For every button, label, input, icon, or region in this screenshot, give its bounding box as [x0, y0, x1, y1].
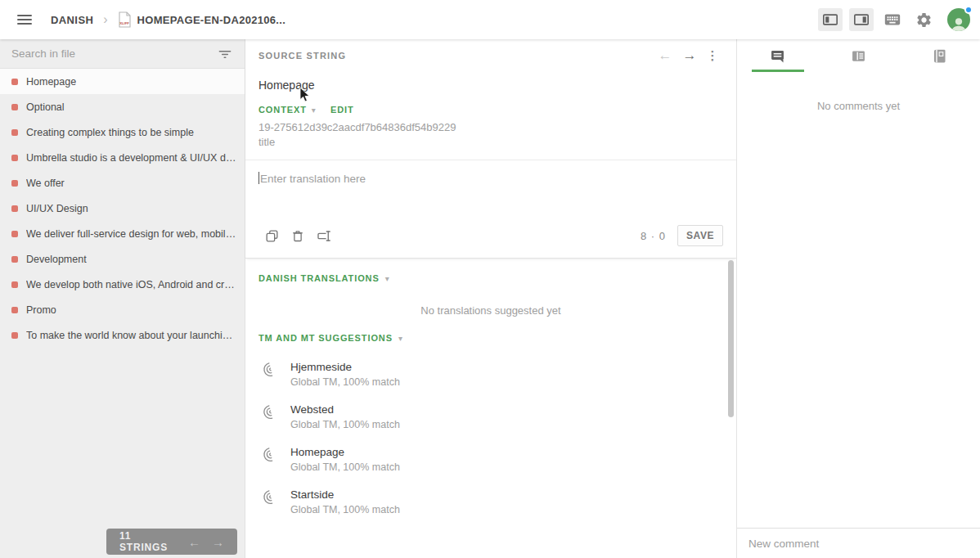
- active-tab-underline: [752, 70, 804, 72]
- string-label: Creating complex things to be simple: [26, 127, 194, 138]
- gear-icon: [915, 11, 933, 29]
- tm-suggestions-header[interactable]: TM AND MT SUGGESTIONS: [258, 333, 393, 343]
- book-icon: [931, 47, 948, 65]
- trash-icon: [290, 228, 305, 244]
- string-label: Promo: [26, 304, 56, 316]
- string-row[interactable]: To make the world know about your launch…: [0, 322, 245, 348]
- next-string-button[interactable]: →: [677, 47, 702, 64]
- delete-translation-button[interactable]: [285, 226, 311, 245]
- previous-page-icon[interactable]: ←: [188, 535, 200, 549]
- context-key: title: [245, 133, 736, 160]
- new-comment-bar: [737, 528, 980, 558]
- danish-translations-header[interactable]: DANISH TRANSLATIONS: [258, 273, 380, 283]
- suggestion-meta: Global TM, 100% match: [290, 504, 400, 515]
- toggle-right-panel-button[interactable]: [849, 8, 874, 31]
- untranslated-indicator: [11, 231, 18, 237]
- suggestion-meta: Global TM, 100% match: [290, 419, 400, 430]
- settings-button[interactable]: [911, 8, 936, 31]
- keyboard-shortcuts-button[interactable]: [880, 8, 905, 31]
- person-icon: [950, 16, 968, 31]
- string-row[interactable]: Umbrella studio is a development & UI/UX…: [0, 145, 245, 170]
- tab-terms[interactable]: [899, 39, 980, 72]
- string-row[interactable]: We develop both native iOS, Android and …: [0, 272, 245, 297]
- clear-selection-button[interactable]: [311, 226, 337, 245]
- untranslated-indicator: [11, 332, 18, 339]
- untranslated-indicator: [11, 307, 18, 313]
- search-input[interactable]: [11, 47, 214, 60]
- source-text: Homepage: [245, 72, 736, 103]
- layout-left-icon: [821, 11, 839, 28]
- svg-text:XLIFF: XLIFF: [119, 21, 129, 25]
- filter-button[interactable]: [214, 43, 236, 65]
- tab-comments[interactable]: [737, 39, 818, 72]
- save-button[interactable]: SAVE: [677, 225, 723, 246]
- string-label: To make the world know about your launch…: [26, 330, 238, 341]
- string-label: Homepage: [26, 76, 76, 88]
- untranslated-indicator: [11, 180, 18, 187]
- copy-icon: [264, 228, 280, 244]
- new-comment-input[interactable]: [748, 538, 969, 550]
- layout-right-icon: [852, 11, 870, 28]
- top-bar: DANISH › XLIFF HOMEPAGE-EN-DA202106...: [0, 0, 980, 39]
- tm-suggestion-row[interactable]: Hjemmeside Global TM, 100% match: [258, 361, 723, 388]
- filter-icon: [217, 46, 233, 62]
- comments-empty-text: No comments yet: [737, 100, 980, 112]
- string-row[interactable]: Optional: [0, 94, 245, 119]
- string-label: We develop both native iOS, Android and …: [26, 279, 238, 290]
- strings-sidebar: Homepage Optional Creating complex thing…: [0, 39, 245, 558]
- keyboard-icon: [883, 11, 901, 29]
- chevron-down-icon[interactable]: ▾: [398, 334, 402, 343]
- copy-source-button[interactable]: [258, 226, 285, 245]
- string-row[interactable]: We offer: [0, 170, 245, 196]
- chevron-down-icon[interactable]: ▾: [312, 106, 316, 115]
- tm-suggestion-row[interactable]: Websted Global TM, 100% match: [258, 403, 723, 430]
- scrollbar-thumb[interactable]: [728, 260, 734, 417]
- translation-memory-icon: [258, 404, 276, 421]
- translation-placeholder: Enter translation here: [260, 173, 366, 185]
- context-identifier: 19-275612d39c2aacdf7b64836df54b9229: [245, 119, 736, 133]
- untranslated-indicator: [11, 129, 18, 136]
- suggestion-text: Homepage: [290, 446, 400, 458]
- tm-suggestion-row[interactable]: Homepage Global TM, 100% match: [258, 446, 723, 473]
- tab-translations-info[interactable]: [818, 39, 899, 72]
- more-options-icon[interactable]: ⋮: [702, 48, 723, 63]
- edit-context-button[interactable]: EDIT: [330, 105, 354, 115]
- strings-count: 11 STRINGS: [119, 530, 177, 553]
- card-lines-icon: [850, 47, 867, 65]
- string-label: Optional: [26, 101, 65, 113]
- side-tabs: [737, 39, 980, 72]
- context-toggle[interactable]: CONTEXT: [258, 105, 307, 115]
- search-strip: [0, 39, 245, 69]
- string-row[interactable]: UI/UX Design: [0, 196, 245, 221]
- tm-suggestion-row[interactable]: Startside Global TM, 100% match: [258, 488, 723, 515]
- string-row[interactable]: Promo: [0, 297, 245, 322]
- text-select-icon: [316, 228, 333, 244]
- hamburger-menu-icon[interactable]: [10, 5, 39, 34]
- string-label: Development: [26, 254, 87, 265]
- chevron-right-icon: ›: [103, 12, 107, 27]
- suggestion-meta: Global TM, 100% match: [290, 461, 400, 473]
- breadcrumb-language[interactable]: DANISH: [51, 14, 93, 26]
- string-row[interactable]: Homepage: [0, 69, 245, 94]
- tm-suggestion-list: Hjemmeside Global TM, 100% match Webs: [245, 343, 736, 515]
- string-row[interactable]: Development: [0, 246, 245, 272]
- translation-input[interactable]: Enter translation here: [245, 160, 736, 220]
- suggestion-meta: Global TM, 100% match: [290, 376, 400, 388]
- suggestion-text: Startside: [290, 488, 400, 501]
- breadcrumb-file[interactable]: XLIFF HOMEPAGE-EN-DA202106...: [118, 11, 286, 28]
- string-row[interactable]: Creating complex things to be simple: [0, 119, 245, 145]
- suggestion-text: Websted: [290, 403, 400, 416]
- comment-bubble-icon: [769, 47, 786, 65]
- string-row[interactable]: We deliver full-service design for web, …: [0, 221, 245, 246]
- strings-count-pager: 11 STRINGS ← →: [106, 529, 237, 555]
- untranslated-indicator: [11, 155, 18, 161]
- chevron-down-icon[interactable]: ▾: [385, 274, 389, 283]
- next-page-icon[interactable]: →: [212, 535, 224, 549]
- comments-panel: No comments yet: [736, 39, 980, 558]
- string-list: Homepage Optional Creating complex thing…: [0, 69, 245, 348]
- translation-memory-icon: [258, 489, 276, 506]
- user-avatar[interactable]: [947, 8, 970, 31]
- previous-string-button[interactable]: ←: [653, 47, 677, 64]
- text-caret: [258, 172, 259, 184]
- toggle-left-panel-button[interactable]: [818, 8, 843, 31]
